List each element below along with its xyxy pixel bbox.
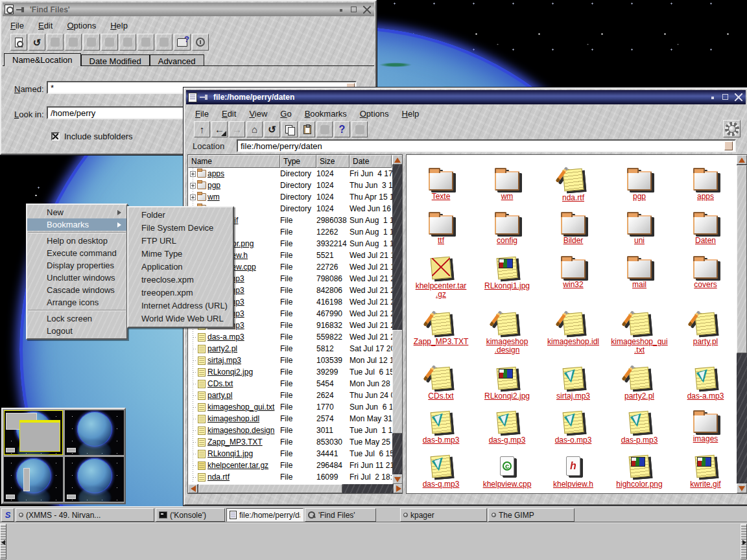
tree-expander-icon[interactable] [190,171,196,177]
submenu-item-application[interactable]: Application [128,261,233,274]
icon-view-item[interactable]: party.pl [673,312,738,346]
icon-view-item[interactable]: mail [607,257,672,289]
table-row[interactable]: kimageshop.idlFile2574Mon May 31 1 [188,413,392,425]
print-button[interactable] [316,121,333,137]
menu-help[interactable]: Help [110,21,128,30]
menu-file[interactable]: File [10,21,24,30]
icon-view-item[interactable]: das-g.mp3 [475,411,540,445]
column-header-date[interactable]: Date [350,155,392,168]
icon-label[interactable]: covers [673,281,738,289]
icon-view-item[interactable]: RLkonqi2.jpg [475,367,540,401]
menu-item-cascade-windows[interactable]: Cascade windows [27,284,126,296]
paste-button[interactable] [299,121,315,137]
tab-advanced[interactable]: Advanced [150,54,204,66]
menu-help[interactable]: Help [402,109,420,119]
file-name[interactable]: apps [208,169,224,178]
taskbar-file-home-perry-daten[interactable]: file:/home/perry/daten [226,508,303,522]
icon-label[interactable]: kimageshop.idl [541,338,606,346]
file-name[interactable]: nda.rtf [208,472,230,482]
icon-label[interactable]: party2.pl [607,392,672,401]
icon-label[interactable]: win32 [541,281,606,289]
table-row[interactable]: nda.rtfFile16099Fri Jul 2 18:1 [188,471,392,483]
menu-item-new[interactable]: New [27,206,126,218]
scroll-up-button[interactable] [737,155,747,165]
icon-view-item[interactable]: CDs.txt [409,367,473,401]
table-row[interactable]: pgpDirectory1024Thu Jun 3 19 [188,180,392,191]
file-name[interactable]: kimageshop.design [208,426,274,435]
file-name[interactable]: Zapp_MP3.TXT [208,438,263,447]
back-button[interactable]: ← [211,121,228,137]
icon-label[interactable]: mail [607,281,672,289]
panel-hide-left-button[interactable] [0,524,6,559]
up-button[interactable]: ↑ [194,121,210,137]
fm-titlebar[interactable]: file:/home/perry/daten [186,90,746,104]
icon-label[interactable]: Texte [409,192,473,201]
file-name[interactable]: pgp [208,181,220,190]
table-row[interactable]: party2.plFile5812Sat Jul 17 20: [188,343,392,355]
table-row[interactable]: appsDirectory1024Fri Jun 4 17:2 [188,168,392,180]
file-name[interactable]: RLkonqi2.jpg [208,368,253,377]
tab-date-modified[interactable]: Date Modified [81,54,150,66]
menu-options[interactable]: Options [67,21,96,30]
taskbar-konsole[interactable]: ('Konsole') [156,508,225,522]
save-button[interactable] [83,34,100,51]
scrollbar-thumb[interactable] [198,484,342,493]
pager-window[interactable] [23,468,30,491]
icon-view-item[interactable]: covers [673,257,738,289]
pager-desktop-4[interactable] [65,457,124,502]
scrollbar-thumb[interactable] [392,330,403,434]
file-name[interactable]: RLkonqi1.jpg [208,449,253,458]
submenu-item-ftp-url[interactable]: FTP URL [128,235,233,248]
submenu-item-treeclose-xpm[interactable]: treeclose.xpm [128,274,233,286]
icon-label[interactable]: wm [475,192,540,201]
icon-view-item[interactable]: das-p.mp3 [607,411,672,445]
icon-label[interactable]: RLkonqi1.jpg [475,282,540,290]
file-name[interactable]: das-a.mp3 [208,332,244,342]
new-search-button[interactable] [10,34,27,51]
menu-edit[interactable]: Edit [222,109,236,119]
column-header-size[interactable]: Size [316,155,350,168]
save-results-button[interactable] [156,34,172,51]
file-name[interactable]: kimageshop.idl [208,414,259,423]
help-button[interactable]: ? [334,121,350,137]
menu-file[interactable]: File [195,109,209,119]
taskbar-kpager[interactable]: kpager [400,508,487,522]
menu-item-logout[interactable]: Logout [27,325,126,337]
tab-name-location[interactable]: Name&Location [4,53,81,66]
tree-vertical-scrollbar[interactable] [392,155,403,484]
maximize-button[interactable] [720,92,731,102]
icon-view-item[interactable]: hkhelpview.h [541,455,606,489]
taskbar-start-button[interactable]: S [1,508,14,522]
scroll-down-button[interactable] [392,474,403,484]
forward-button[interactable]: → [229,121,245,137]
taskbar-find-files[interactable]: 'Find Files' [305,508,376,522]
icon-label[interactable]: das-p.mp3 [607,436,672,445]
icon-label-2[interactable]: .txt [607,346,672,355]
menu-item-arrange-icons[interactable]: Arrange icons [27,296,126,309]
close-button[interactable] [733,92,744,102]
icon-view-item[interactable]: kimageshop.idl [541,312,606,346]
table-row[interactable]: party.plFile2624Thu Jun 24 01 [188,390,392,401]
table-row[interactable]: RLkonqi2.jpgFile39299Tue Jul 6 15: [188,366,392,378]
menu-options[interactable]: Options [360,109,389,119]
icon-label-2[interactable]: .gz [409,290,473,299]
copy-button[interactable] [281,121,298,137]
include-subfolders-checkbox[interactable] [51,132,60,141]
close-button[interactable] [362,5,372,15]
icon-view-item[interactable]: das-a.mp3 [673,367,738,401]
maximize-button[interactable] [349,5,359,15]
icon-view-item[interactable]: kimageshop.design [475,312,540,355]
icon-label-2[interactable]: .design [475,346,540,355]
menu-go[interactable]: Go [280,109,291,119]
reload-button[interactable]: ↺ [264,121,280,137]
menu-edit[interactable]: Edit [38,21,53,30]
pager-desktop-2[interactable] [65,410,124,455]
submenu-item-treeopen-xpm[interactable]: treeopen.xpm [128,286,233,299]
column-header-type[interactable]: Type [280,155,316,168]
icon-label[interactable]: RLkonqi2.jpg [475,392,540,401]
file-name[interactable]: sirtaj.mp3 [208,356,241,365]
table-row[interactable]: RLkonqi1.jpgFile34441Tue Jul 6 15: [188,448,392,460]
icon-view-item[interactable]: win32 [541,257,606,289]
file-name[interactable]: khelpcenter.tar.gz [208,461,268,470]
icon-view-item[interactable]: khelpcenter.tar.gz [409,257,473,299]
